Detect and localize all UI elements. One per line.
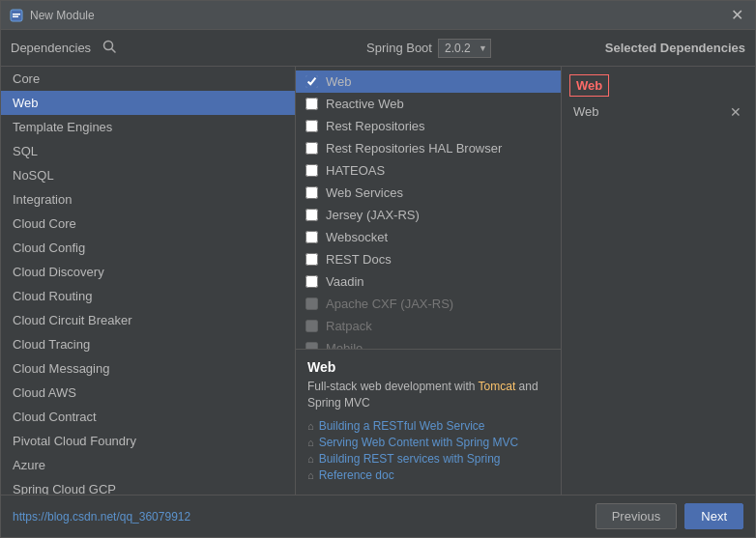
checkbox-label-mobile: Mobile xyxy=(326,341,363,349)
sidebar-item-template-engines[interactable]: Template Engines xyxy=(1,115,295,139)
top-bar: Dependencies Spring Boot 2.0.2 2.1.0 2.1… xyxy=(1,30,755,67)
sidebar-item-core[interactable]: Core xyxy=(1,67,295,91)
checkbox-item-mobile[interactable]: Mobile xyxy=(296,337,561,349)
spring-boot-label: Spring Boot xyxy=(366,41,432,55)
checkbox-item-ratpack[interactable]: Ratpack xyxy=(296,315,561,337)
detail-panel: Web Full-stack web development with Tomc… xyxy=(296,349,561,495)
svg-rect-2 xyxy=(13,15,18,17)
detail-link-link2: ⌂Serving Web Content with Spring MVC xyxy=(307,436,549,449)
top-bar-center: Spring Boot 2.0.2 2.1.0 2.1.1 xyxy=(305,39,552,58)
left-panel: CoreWebTemplate EnginesSQLNoSQLIntegrati… xyxy=(1,67,296,495)
selected-chip-label: Web xyxy=(573,104,599,119)
selected-group-title: Web xyxy=(569,74,609,97)
checkbox-label-vaadin: Vaadin xyxy=(326,274,364,289)
checkbox-label-rest-repositories-hal: Rest Repositories HAL Browser xyxy=(326,141,502,156)
sidebar-item-spring-cloud-gcp[interactable]: Spring Cloud GCP xyxy=(1,477,295,495)
sidebar-item-cloud-core[interactable]: Cloud Core xyxy=(1,212,295,236)
checkbox-websocket[interactable] xyxy=(305,231,318,243)
sidebar-item-web[interactable]: Web xyxy=(1,91,295,115)
checkbox-label-reactive-web: Reactive Web xyxy=(326,97,404,111)
new-module-dialog: New Module ✕ Dependencies Spring Boot 2.… xyxy=(0,0,756,538)
checkbox-reactive-web[interactable] xyxy=(305,98,318,110)
checkbox-item-apache-cxf[interactable]: Apache CXF (JAX-RS) xyxy=(296,293,561,315)
link-icon-link2: ⌂ xyxy=(307,437,314,448)
sidebar-item-cloud-config[interactable]: Cloud Config xyxy=(1,236,295,260)
checkbox-mobile xyxy=(305,342,318,349)
dialog-icon xyxy=(9,8,24,23)
checkbox-item-rest-repositories-hal[interactable]: Rest Repositories HAL Browser xyxy=(296,137,561,159)
checkbox-rest-repositories[interactable] xyxy=(305,120,318,132)
sidebar-item-cloud-messaging[interactable]: Cloud Messaging xyxy=(1,356,295,381)
sidebar-item-cloud-circuit-breaker[interactable]: Cloud Circuit Breaker xyxy=(1,308,295,332)
link-anchor-link3[interactable]: Building REST services with Spring xyxy=(319,452,501,466)
checkbox-item-vaadin[interactable]: Vaadin xyxy=(296,270,561,293)
checkbox-item-websocket[interactable]: Websocket xyxy=(296,226,561,248)
checkbox-item-rest-docs[interactable]: REST Docs xyxy=(296,248,561,270)
link-anchor-link2[interactable]: Serving Web Content with Spring MVC xyxy=(319,436,519,449)
link-anchor-link4[interactable]: Reference doc xyxy=(319,468,394,482)
checkbox-item-jersey[interactable]: Jersey (JAX-RS) xyxy=(296,204,561,226)
sidebar-item-cloud-aws[interactable]: Cloud AWS xyxy=(1,381,295,405)
checkbox-item-rest-repositories[interactable]: Rest Repositories xyxy=(296,115,561,137)
checkbox-label-rest-repositories: Rest Repositories xyxy=(326,119,425,133)
checkbox-item-hateoas[interactable]: HATEOAS xyxy=(296,159,561,182)
link-icon-link4: ⌂ xyxy=(307,469,314,481)
sidebar-item-integration[interactable]: Integration xyxy=(1,187,295,212)
close-button[interactable]: ✕ xyxy=(727,6,747,24)
right-panel: Web Web ✕ xyxy=(562,67,755,495)
checkbox-label-web-services: Web Services xyxy=(326,185,403,200)
sidebar-item-cloud-discovery[interactable]: Cloud Discovery xyxy=(1,260,295,284)
title-bar: New Module ✕ xyxy=(1,1,755,30)
checkbox-item-web[interactable]: Web xyxy=(296,71,561,93)
detail-links: ⌂Building a RESTful Web Service⌂Serving … xyxy=(307,419,549,482)
checkbox-list: WebReactive WebRest RepositoriesRest Rep… xyxy=(296,67,561,349)
detail-link-link1: ⌂Building a RESTful Web Service xyxy=(307,419,549,433)
checkbox-item-reactive-web[interactable]: Reactive Web xyxy=(296,93,561,115)
sidebar-item-sql[interactable]: SQL xyxy=(1,139,295,163)
checkbox-label-web: Web xyxy=(326,74,352,89)
detail-link-link4: ⌂Reference doc xyxy=(307,468,549,482)
checkbox-item-web-services[interactable]: Web Services xyxy=(296,182,561,204)
next-button[interactable]: Next xyxy=(684,503,743,529)
sidebar-item-nosql[interactable]: NoSQL xyxy=(1,163,295,187)
checkbox-apache-cxf xyxy=(305,297,318,310)
sidebar-item-azure[interactable]: Azure xyxy=(1,453,295,477)
selected-dependencies-label: Selected Dependencies xyxy=(605,41,745,55)
checkbox-jersey[interactable] xyxy=(305,209,318,221)
middle-panel: WebReactive WebRest RepositoriesRest Rep… xyxy=(296,67,562,495)
sidebar-item-cloud-routing[interactable]: Cloud Routing xyxy=(1,284,295,308)
checkbox-label-ratpack: Ratpack xyxy=(326,319,372,333)
checkbox-hateoas[interactable] xyxy=(305,164,318,177)
spring-boot-version-wrapper: 2.0.2 2.1.0 2.1.1 xyxy=(438,39,491,58)
sidebar-item-pivotal-cloud-foundry[interactable]: Pivotal Cloud Foundry xyxy=(1,429,295,453)
dialog-title: New Module xyxy=(30,9,727,22)
search-button[interactable] xyxy=(99,38,120,58)
detail-title: Web xyxy=(307,359,549,375)
top-bar-right: Selected Dependencies xyxy=(552,41,745,55)
main-area: CoreWebTemplate EnginesSQLNoSQLIntegrati… xyxy=(1,67,755,495)
footer-url: https://blog.csdn.net/qq_36079912 xyxy=(1,496,639,537)
footer: https://blog.csdn.net/qq_36079912 Previo… xyxy=(1,495,755,537)
selected-chip-remove-button[interactable]: ✕ xyxy=(728,105,743,119)
checkbox-label-apache-cxf: Apache CXF (JAX-RS) xyxy=(326,297,453,311)
checkbox-label-rest-docs: REST Docs xyxy=(326,252,392,267)
selected-group: Web Web ✕ xyxy=(569,74,747,121)
selected-chip-web: Web ✕ xyxy=(569,102,747,121)
sidebar-item-cloud-tracing[interactable]: Cloud Tracing xyxy=(1,332,295,356)
link-icon-link1: ⌂ xyxy=(307,420,314,432)
checkbox-rest-repositories-hal[interactable] xyxy=(305,142,318,155)
sidebar-item-cloud-contract[interactable]: Cloud Contract xyxy=(1,405,295,429)
footer-url-text: https://blog.csdn.net/qq_36079912 xyxy=(13,510,190,524)
svg-rect-0 xyxy=(11,10,22,21)
checkbox-web-services[interactable] xyxy=(305,186,318,199)
checkbox-web[interactable] xyxy=(305,75,318,88)
spring-boot-version-select[interactable]: 2.0.2 2.1.0 2.1.1 xyxy=(438,39,491,58)
checkbox-rest-docs[interactable] xyxy=(305,253,318,266)
svg-rect-1 xyxy=(13,14,20,15)
link-icon-link3: ⌂ xyxy=(307,453,314,465)
top-bar-left: Dependencies xyxy=(11,38,305,58)
detail-description: Full-stack web development with Tomcat a… xyxy=(307,379,549,411)
content-area: Dependencies Spring Boot 2.0.2 2.1.0 2.1… xyxy=(1,30,755,495)
checkbox-vaadin[interactable] xyxy=(305,275,318,288)
link-anchor-link1[interactable]: Building a RESTful Web Service xyxy=(319,419,485,433)
